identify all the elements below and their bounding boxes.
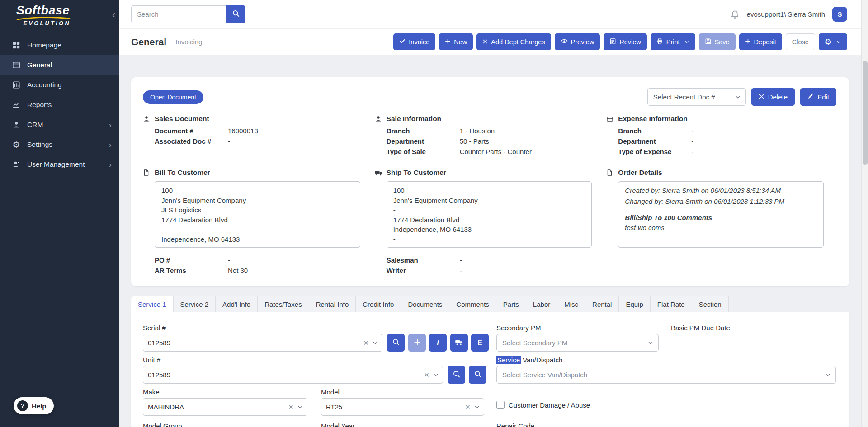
tab-service-1[interactable]: Service 1 — [131, 296, 174, 312]
clear-icon[interactable]: × — [361, 338, 371, 347]
truck-icon — [375, 169, 383, 176]
bill-to-address-box[interactable]: 100 Jenn's Equipment Company JLS Logisti… — [155, 181, 360, 248]
tab-rental-info[interactable]: Rental Info — [309, 296, 356, 312]
new-label: New — [454, 38, 467, 46]
unit-input[interactable] — [143, 366, 422, 383]
clear-icon[interactable]: × — [286, 403, 296, 411]
tab-comments[interactable]: Comments — [449, 296, 496, 312]
changed-by-text: Changed by: Sierra Smith on 06/01/2023 1… — [625, 197, 817, 206]
customer-damage-label: Customer Damage / Abuse — [509, 401, 590, 409]
tab-equip[interactable]: Equip — [619, 296, 650, 312]
tab-rental[interactable]: Rental — [585, 296, 619, 312]
deposit-button[interactable]: Deposit — [739, 33, 782, 50]
save-button[interactable]: Save — [699, 33, 736, 50]
chevron-down-icon[interactable] — [296, 404, 307, 410]
edit-button[interactable]: Edit — [800, 88, 836, 106]
tab-service-2[interactable]: Service 2 — [174, 296, 216, 312]
model-field: × — [321, 398, 484, 416]
print-label: Print — [666, 38, 680, 46]
add-dept-charges-label: Add Dept Charges — [491, 38, 545, 46]
tab-flat-rate[interactable]: Flat Rate — [651, 296, 692, 312]
tab-bar: Service 1 Service 2 Add'l Info Rates/Tax… — [131, 296, 849, 312]
model-input[interactable] — [321, 399, 463, 415]
person-icon — [375, 115, 383, 122]
sidebar-item-general[interactable]: General — [0, 55, 119, 75]
main-area: evosupport1\ Sierra Smith S General Invo… — [119, 0, 868, 427]
user-name: evosupport1\ Sierra Smith — [747, 10, 825, 18]
serial-input[interactable] — [143, 334, 361, 351]
serial-label: Serial # — [143, 324, 166, 332]
repair-code-label: Repair Code — [496, 422, 534, 427]
recent-doc-select[interactable]: Select Recent Doc # — [647, 88, 746, 106]
sidebar-item-crm[interactable]: CRM › — [0, 115, 119, 135]
chevron-down-icon[interactable] — [371, 340, 382, 346]
ship-to-address-box[interactable]: 100 Jenn's Equipment Company - 1774 Decl… — [387, 181, 592, 248]
unit-lookup-button[interactable] — [469, 366, 486, 384]
status-badge: Open Document — [143, 90, 203, 104]
review-button[interactable]: Review — [604, 33, 647, 50]
print-button[interactable]: Print — [651, 33, 695, 50]
tab-rates-taxes[interactable]: Rates/Taxes — [258, 296, 309, 312]
serial-equipment-button[interactable] — [450, 334, 468, 352]
add-dept-charges-button[interactable]: Add Dept Charges — [476, 33, 551, 50]
field-label: PO # — [155, 256, 228, 264]
chevron-down-icon[interactable] — [472, 404, 484, 410]
chevron-down-icon[interactable] — [431, 372, 443, 378]
order-details-box[interactable]: Created by: Sierra Smith on 06/01/2023 8… — [618, 181, 824, 248]
close-button[interactable]: Close — [786, 33, 815, 50]
unit-label: Unit # — [143, 356, 160, 364]
sidebar-item-accounting[interactable]: Accounting — [0, 75, 119, 95]
sidebar-item-homepage[interactable]: Homepage — [0, 35, 119, 55]
tab-misc[interactable]: Misc — [557, 296, 585, 312]
document-icon — [143, 169, 151, 176]
make-input[interactable] — [143, 399, 286, 415]
tab-credit-info[interactable]: Credit Info — [356, 296, 401, 312]
secondary-pm-select[interactable]: Select Secondary PM — [496, 334, 659, 352]
comments-text: test wo coms — [625, 223, 817, 233]
avatar[interactable]: S — [832, 7, 847, 22]
sidebar-item-settings[interactable]: ⚙ Settings › — [0, 135, 119, 155]
printer-icon — [656, 38, 663, 46]
model-group-label: Model Group — [143, 422, 182, 427]
serial-info-button[interactable]: i — [429, 334, 447, 352]
address-line: - — [161, 225, 354, 235]
search-input[interactable] — [131, 5, 226, 23]
preview-button[interactable]: Preview — [555, 33, 600, 50]
field-label: Department — [387, 137, 460, 145]
sidebar-item-user-management[interactable]: User Management › — [0, 155, 119, 174]
serial-search-button[interactable] — [387, 334, 405, 352]
section-title: Order Details — [618, 169, 662, 177]
serial-e-button[interactable]: E — [471, 334, 489, 352]
tab-section[interactable]: Section — [692, 296, 729, 312]
field-label: Document # — [155, 127, 228, 135]
customer-damage-checkbox[interactable] — [496, 401, 505, 409]
scrollbar-thumb[interactable] — [863, 61, 868, 165]
address-line: 100 — [161, 186, 354, 196]
tab-documents[interactable]: Documents — [401, 296, 449, 312]
service-van-dispatch-label: Service Van/Dispatch — [496, 356, 562, 364]
page-scrollbar[interactable] — [861, 0, 868, 427]
tab-labor[interactable]: Labor — [526, 296, 557, 312]
service-van-dispatch-select[interactable]: Select Service Van/Dispatch — [496, 366, 836, 384]
clear-icon[interactable]: × — [463, 403, 472, 411]
x-icon — [759, 93, 764, 101]
tab-addl-info[interactable]: Add'l Info — [216, 296, 258, 312]
clear-icon[interactable]: × — [422, 371, 431, 379]
sidebar-collapse-button[interactable]: ‹ — [112, 10, 115, 20]
invoice-button[interactable]: Invoice — [393, 33, 435, 50]
sidebar-item-label: User Management — [27, 160, 108, 169]
document-icon — [606, 169, 614, 176]
serial-add-button[interactable] — [408, 334, 426, 352]
settings-menu-button[interactable]: ⚙ — [819, 33, 847, 50]
tab-parts[interactable]: Parts — [496, 296, 526, 312]
section-title: Expense Information — [618, 115, 687, 123]
sidebar-item-reports[interactable]: Reports — [0, 95, 119, 115]
logo: Softbase EVOLUTION ‹ — [0, 0, 119, 31]
new-button[interactable]: New — [439, 33, 473, 50]
unit-search-button[interactable] — [448, 366, 465, 384]
search-button[interactable] — [226, 5, 245, 23]
delete-button[interactable]: Delete — [751, 88, 795, 106]
field-value: - — [228, 137, 230, 145]
notifications-button[interactable] — [730, 9, 740, 20]
help-button[interactable]: ? Help — [14, 397, 54, 414]
